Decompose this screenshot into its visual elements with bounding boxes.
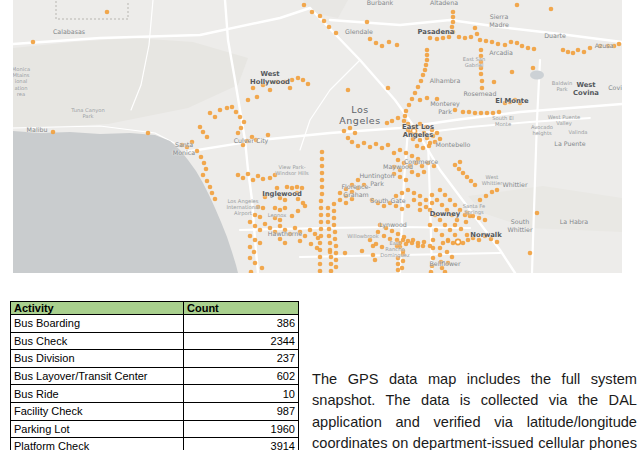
count-cell: 2344 xyxy=(184,332,299,350)
map-label: Alhambra xyxy=(430,77,461,85)
map-label: Montebello xyxy=(436,141,471,149)
map-label: Azusa xyxy=(595,42,614,50)
map-label: West Covina xyxy=(573,81,599,97)
map-label: La Habra xyxy=(560,218,588,226)
activity-cell: Bus Division xyxy=(11,350,184,368)
map-label: West Hollywood xyxy=(250,70,290,86)
map-label: Los Angeles xyxy=(339,104,380,127)
map-label: Covina xyxy=(608,84,622,92)
map-label: Glendale xyxy=(345,28,373,36)
map-label: Culver City xyxy=(234,137,269,145)
map-label: Tuna Canyon Park xyxy=(71,107,104,119)
activity-cell: Bus Ride xyxy=(11,385,184,403)
map-label: Whittier xyxy=(502,181,527,189)
map-label: Lennox xyxy=(268,212,287,218)
column-header: Activity xyxy=(11,302,184,315)
map-label: Florence- Graham xyxy=(341,183,370,198)
map-label: Altadena xyxy=(430,0,458,7)
body-paragraph: The GPS data map includes the full syste… xyxy=(312,369,637,450)
map-label: Los Angeles International Airport xyxy=(226,198,259,217)
map-label: East San Gabriel xyxy=(463,56,486,68)
map-label: Sierra Madre xyxy=(489,13,509,28)
activity-cell: Bus Boarding xyxy=(11,315,184,333)
map-label: Norwalk xyxy=(470,231,501,239)
map-label: West Puente Valley xyxy=(548,114,580,126)
table-row: Bus Check2344 xyxy=(11,332,299,350)
map-label: Bellflower xyxy=(429,260,460,268)
table-row: Bus Division237 xyxy=(11,350,299,368)
map-label: East Rancho Dominguez xyxy=(380,240,409,259)
count-cell: 3914 xyxy=(184,438,299,450)
map-label: Avocado heights xyxy=(531,124,553,136)
count-cell: 987 xyxy=(184,402,299,420)
table-row: Parking Lot1960 xyxy=(11,420,299,438)
map-label: View Park- Windsor Hills xyxy=(275,164,309,176)
map-label: Willowbrook xyxy=(347,233,378,239)
map-label: Inglewood xyxy=(262,190,302,198)
map-label: Monica Mtains ional ation rea xyxy=(13,66,30,97)
activity-table: ActivityCount Bus Boarding386Bus Check23… xyxy=(10,301,299,450)
column-header: Count xyxy=(184,302,299,315)
map-label: Pasadena xyxy=(418,28,455,36)
count-cell: 237 xyxy=(184,350,299,368)
map-label: Santa Monica xyxy=(173,141,195,156)
map-label: Downey xyxy=(430,210,460,218)
map-label: South El Monte xyxy=(492,115,513,127)
map-label: Malibu xyxy=(27,126,48,134)
activity-cell: Bus Layover/Transit Center xyxy=(11,367,184,385)
map-labels: CalabasasMalibuSanta MonicaTuna Canyon P… xyxy=(13,0,622,273)
map-label: Santa Fe Springs xyxy=(463,203,486,215)
map-label: Lynwood xyxy=(379,221,407,229)
activity-cell: Parking Lot xyxy=(11,420,184,438)
map-label: East Los Angeles xyxy=(402,123,434,139)
map-label: South Whittier xyxy=(507,218,532,233)
map-label: Maywood xyxy=(383,163,413,171)
map-label: Hawthorne xyxy=(268,230,302,238)
table-header-row: ActivityCount xyxy=(11,302,299,315)
map-label: Baldwin Park xyxy=(552,80,572,92)
gps-map: CalabasasMalibuSanta MonicaTuna Canyon P… xyxy=(13,0,622,273)
map-label: Commerce xyxy=(404,158,438,166)
map-label: West Whittier xyxy=(482,174,503,186)
map-label: Monterey Park xyxy=(430,100,460,115)
activity-cell: Facility Check xyxy=(11,402,184,420)
activity-cell: Platform Check xyxy=(11,438,184,450)
map-label: Duarte xyxy=(544,32,566,40)
table-row: Facility Check987 xyxy=(11,402,299,420)
map-label: South Gate xyxy=(370,197,405,205)
map-label: Arcadia xyxy=(489,49,513,57)
count-cell: 602 xyxy=(184,367,299,385)
table-row: Platform Check3914 xyxy=(11,438,299,450)
map-label: Calabasas xyxy=(53,28,85,36)
count-cell: 10 xyxy=(184,385,299,403)
map-label: Burbank xyxy=(367,0,393,7)
document-page: CalabasasMalibuSanta MonicaTuna Canyon P… xyxy=(0,0,638,450)
map-label: El Monte xyxy=(495,97,528,105)
count-cell: 386 xyxy=(184,315,299,333)
table-row: Bus Ride10 xyxy=(11,385,299,403)
map-label: Valinda xyxy=(569,129,588,135)
table-row: Bus Boarding386 xyxy=(11,315,299,333)
map-label: Rosemead xyxy=(464,90,497,98)
activity-cell: Bus Check xyxy=(11,332,184,350)
table-row: Bus Layover/Transit Center602 xyxy=(11,367,299,385)
count-cell: 1960 xyxy=(184,420,299,438)
map-label: Huntington Park xyxy=(359,172,394,187)
map-label: La Puente xyxy=(554,140,585,148)
